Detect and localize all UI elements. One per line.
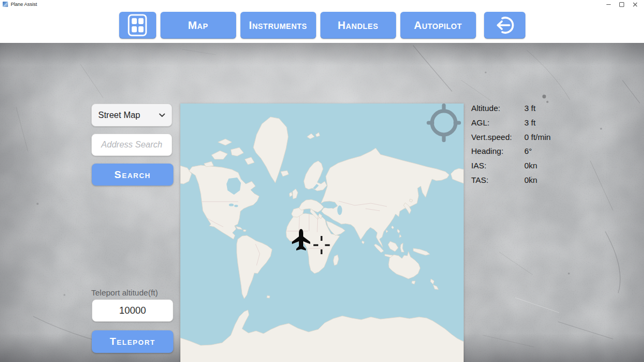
minimize-button[interactable]: [602, 0, 615, 9]
home-grid-button[interactable]: [119, 12, 156, 39]
stat-label: IAS:: [471, 160, 524, 175]
logout-icon: [493, 15, 516, 35]
stat-label: TAS:: [471, 175, 524, 189]
chevron-down-icon: [159, 113, 165, 117]
flight-data-panel: Altitude: 3 ft AGL: 3 ft Vert.speed: 0 f…: [471, 103, 551, 189]
map-svg: [180, 104, 464, 362]
tab-map[interactable]: Map: [160, 12, 236, 39]
app-icon: [3, 2, 8, 7]
stat-value: 6°: [524, 146, 551, 160]
stat-label: Altitude:: [471, 103, 524, 117]
stat-value: 0kn: [524, 160, 551, 175]
stat-value: 0 ft/min: [524, 132, 551, 146]
teleport-altitude-label: Teleport altitude(ft): [91, 288, 182, 297]
grid-icon: [127, 14, 148, 36]
stat-label: AGL:: [471, 117, 524, 132]
minimize-icon: [606, 4, 611, 5]
stat-label: Heading:: [471, 146, 524, 160]
map-style-select[interactable]: Street Map: [91, 104, 172, 127]
exit-button[interactable]: [484, 12, 525, 39]
teleport-altitude-input[interactable]: [92, 299, 173, 322]
stat-value: 0kn: [524, 175, 551, 189]
tab-handles[interactable]: Handles: [320, 12, 396, 39]
window-titlebar: Plane Assist: [0, 0, 644, 9]
map-style-selected-value: Street Map: [98, 110, 159, 120]
top-navbar: Map Instruments Handles Autopilot: [0, 9, 644, 43]
maximize-button[interactable]: [615, 0, 628, 9]
main-content: Street Map Search Teleport altitude(ft) …: [0, 43, 644, 362]
stat-value: 3 ft: [524, 103, 551, 117]
navbar-buttons: Map Instruments Handles Autopilot: [0, 12, 644, 39]
window-controls: [602, 0, 642, 9]
compass-target-icon[interactable]: [426, 102, 462, 143]
stat-label: Vert.speed:: [471, 132, 524, 146]
tab-autopilot[interactable]: Autopilot: [400, 12, 476, 39]
plane-assist-window: Plane Assist Map In: [0, 0, 644, 362]
close-icon: [633, 2, 638, 7]
search-button[interactable]: Search: [92, 164, 173, 186]
world-map[interactable]: [180, 104, 464, 362]
stat-value: 3 ft: [524, 117, 551, 132]
maximize-icon: [619, 2, 624, 7]
teleport-button[interactable]: Teleport: [92, 330, 173, 353]
window-title: Plane Assist: [11, 1, 37, 8]
tab-instruments[interactable]: Instruments: [240, 12, 316, 39]
address-search-input[interactable]: [91, 134, 172, 156]
close-button[interactable]: [628, 0, 642, 9]
